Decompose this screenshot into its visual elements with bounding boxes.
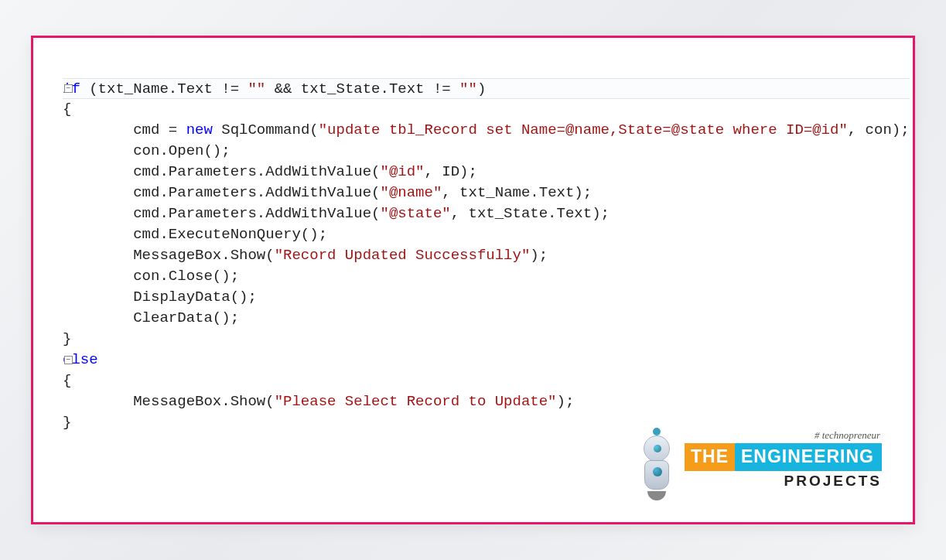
code-line: MessageBox.Show("Please Select Record to…	[63, 391, 910, 412]
content-frame: −− if (txt_Name.Text != "" && txt_State.…	[31, 36, 915, 524]
fold-toggle-icon[interactable]: −	[64, 84, 73, 93]
code-line: }	[63, 412, 910, 433]
robot-icon	[637, 432, 677, 500]
watermark-logo: # technopreneur THE ENGINEERING PROJECTS	[637, 432, 882, 500]
code-line: if (txt_Name.Text != "" && txt_State.Tex…	[63, 78, 910, 99]
code-line: ClearData();	[63, 308, 910, 329]
logo-text-block: # technopreneur THE ENGINEERING PROJECTS	[685, 443, 882, 490]
logo-engineering: ENGINEERING	[735, 443, 882, 471]
fold-toggle-icon[interactable]: −	[64, 356, 73, 364]
code-line: else	[63, 350, 910, 370]
logo-projects: PROJECTS	[685, 473, 882, 490]
code-line: {	[63, 370, 910, 391]
code-line: cmd.Parameters.AddWithValue("@state", tx…	[63, 203, 910, 224]
code-line: DisplayData();	[63, 287, 910, 308]
code-line: MessageBox.Show("Record Updated Successf…	[63, 245, 910, 266]
code-line: cmd.Parameters.AddWithValue("@id", ID);	[63, 162, 910, 183]
code-line: cmd.Parameters.AddWithValue("@name", txt…	[63, 183, 910, 203]
code-line: cmd.ExecuteNonQuery();	[63, 224, 910, 245]
logo-banner: THE ENGINEERING	[685, 443, 882, 471]
code-line: con.Close();	[63, 266, 910, 287]
code-line: }	[63, 329, 910, 350]
code-line: cmd = new SqlCommand("update tbl_Record …	[63, 120, 910, 141]
code-line: {	[63, 99, 910, 120]
tagline: # technopreneur	[815, 429, 880, 442]
code-line: con.Open();	[63, 141, 910, 162]
code-lines: if (txt_Name.Text != "" && txt_State.Tex…	[63, 78, 910, 433]
logo-the: THE	[685, 443, 735, 471]
code-editor: −− if (txt_Name.Text != "" && txt_State.…	[58, 78, 893, 433]
